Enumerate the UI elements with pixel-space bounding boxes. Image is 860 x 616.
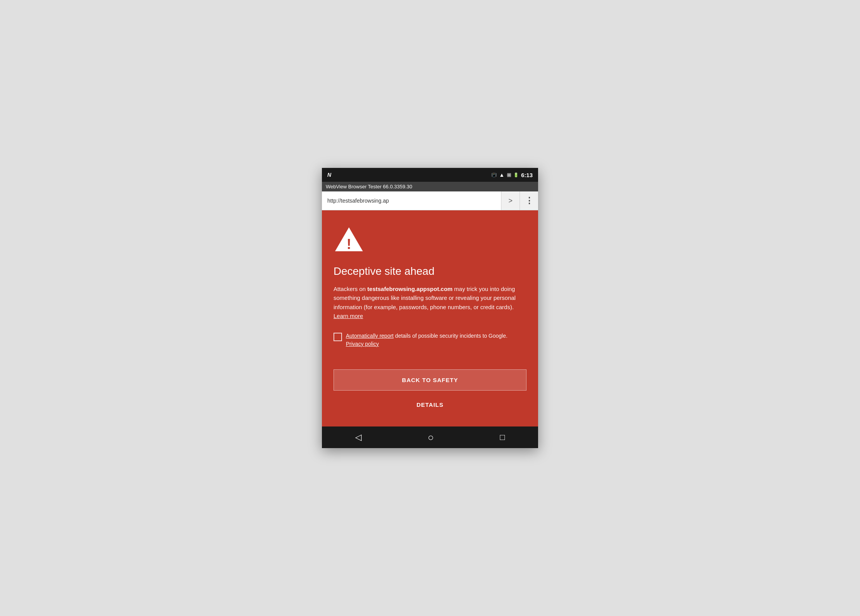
battery-icon: 🔋 [513,173,519,178]
nav-bar: ◁ ○ □ [322,426,538,448]
auto-report-link[interactable]: Automatically report [346,333,394,339]
auto-report-checkbox[interactable] [334,333,342,341]
warning-page: ! Deceptive site ahead Attackers on test… [322,210,538,426]
back-to-safety-button[interactable]: BACK TO SAFETY [334,369,526,391]
browser-title-bar: WebView Browser Tester 66.0.3359.30 [322,182,538,191]
vibrate-icon: 📳 [491,173,497,178]
nav-back-icon[interactable]: ◁ [355,432,362,442]
status-bar: N 📳 ▲ ▣ 🔋 6:13 [322,168,538,182]
forward-button[interactable]: > [501,191,520,210]
app-logo: N [327,172,331,178]
status-bar-left: N [327,172,331,178]
address-input[interactable] [322,193,501,208]
warning-icon-container: ! [334,226,526,254]
status-bar-right: 📳 ▲ ▣ 🔋 6:13 [491,172,533,178]
wifi-icon: ▲ [499,172,504,178]
signal-icon: ▣ [507,172,511,178]
browser-address-bar: > ⋮ [322,191,538,210]
privacy-policy-link[interactable]: Privacy policy [346,341,379,347]
svg-text:!: ! [347,236,351,252]
spacer [334,360,526,369]
status-bar-time: 6:13 [521,172,533,178]
warning-triangle-icon: ! [334,226,364,253]
browser-title-text: WebView Browser Tester 66.0.3359.30 [326,184,412,190]
report-text-part2: details of possible security incidents t… [394,333,508,339]
nav-recent-icon[interactable]: □ [500,432,505,442]
warning-body-prefix: Attackers on [334,286,367,292]
warning-title: Deceptive site ahead [334,265,526,278]
warning-site-name: testsafebrowsing.appspot.com [367,286,453,292]
phone-frame: N 📳 ▲ ▣ 🔋 6:13 WebView Browser Tester 66… [322,168,538,448]
details-button[interactable]: DETAILS [334,394,526,415]
report-section: Automatically report details of possible… [334,332,526,348]
report-text: Automatically report details of possible… [346,332,526,348]
more-button[interactable]: ⋮ [520,191,538,210]
learn-more-link[interactable]: Learn more [334,313,363,319]
warning-body: Attackers on testsafebrowsing.appspot.co… [334,284,526,320]
nav-home-icon[interactable]: ○ [428,432,434,443]
